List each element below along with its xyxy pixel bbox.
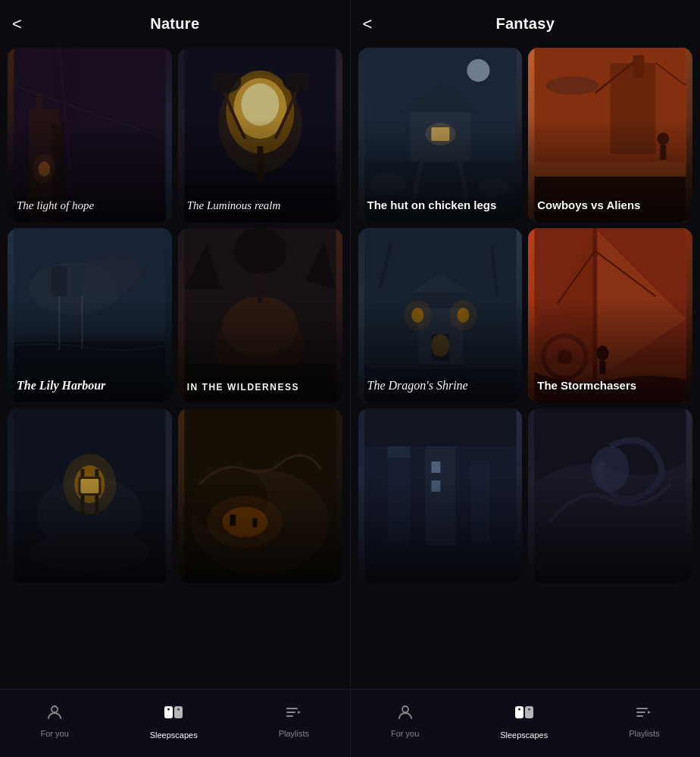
svg-rect-51 [252,518,257,527]
nature-title: Nature [150,15,199,33]
svg-point-99 [558,349,573,364]
card-7-overlay [358,228,523,402]
svg-point-46 [192,469,328,575]
panel-fantasy-content: < Fantasy [351,0,701,689]
svg-point-90 [431,334,449,357]
svg-rect-55 [174,706,183,718]
card-hut-chicken-legs[interactable]: The hut on chicken legs [358,48,523,222]
card-light-of-hope[interactable]: The light of hope [8,48,172,222]
svg-point-34 [233,228,286,274]
svg-rect-89 [431,334,449,361]
svg-rect-92 [364,228,516,402]
playlists-icon-right [635,703,653,726]
svg-point-49 [207,496,283,549]
card-cowboys-aliens[interactable]: Cowboys vs Aliens [528,48,692,222]
svg-point-31 [222,296,298,357]
foryou-icon-left [45,703,64,726]
card-label-light-of-hope: The light of hope [17,199,166,213]
card-label-luminous-realm: The Luminous realm [187,199,336,213]
svg-point-56 [167,708,170,710]
nav-sleepscapes-right[interactable]: Sleepscapes [491,697,557,744]
sleepscapes-icon-right [514,702,535,727]
svg-rect-65 [431,127,449,141]
sleepscapes-label-left: Sleepscapes [150,730,198,740]
svg-rect-50 [230,515,236,526]
card-11-overlay [358,408,523,583]
nav-playlists-left[interactable]: Playlists [270,699,318,743]
fantasy-header: < Fantasy [351,0,701,42]
svg-rect-42 [80,479,98,493]
card-fantasy-bottom-right[interactable] [528,408,692,583]
svg-rect-111 [364,408,516,583]
svg-point-118 [518,708,520,710]
card-nature-bottom-right[interactable] [178,408,342,583]
card-fantasy-bottom-left[interactable] [358,408,523,583]
card-5-overlay [8,228,172,402]
fantasy-panel-nav: For you Sleepscapes [351,689,701,757]
card-luminous-realm[interactable]: The Luminous realm [178,48,342,222]
card-4-overlay [528,48,692,222]
card-9-overlay [8,408,172,583]
nav-foryou-left[interactable]: For you [31,699,77,743]
svg-point-48 [222,507,267,537]
fantasy-title: Fantasy [495,15,555,33]
card-label-lily-harbour: The Lily Harbour [17,378,166,393]
svg-rect-84 [417,304,463,364]
panel-nature: < Nature [0,0,350,757]
svg-rect-117 [525,706,533,718]
svg-point-115 [402,706,408,712]
svg-rect-70 [364,48,516,222]
card-nature-bottom-left[interactable] [8,408,172,583]
svg-point-5 [33,154,55,184]
card-dragons-shrine[interactable]: The Dragon's Shrine [358,228,523,402]
card-label-stormchasers: The Stormchasers [537,379,686,393]
svg-rect-44 [14,408,165,583]
svg-point-88 [449,300,477,330]
card-stormchasers[interactable]: The Stormchasers [528,228,692,402]
card-1-overlay [8,48,172,222]
app-container: < Nature [0,0,700,757]
card-label-wilderness: IN THE WILDERNESS [187,382,336,393]
card-label-hut-chicken-legs: The hut on chicken legs [367,199,517,213]
panel-fantasy: < Fantasy [351,0,701,757]
foryou-label-left: For you [40,729,68,738]
nature-header: < Nature [0,0,350,42]
card-wilderness[interactable]: IN THE WILDERNESS [178,228,342,402]
fantasy-back-button[interactable]: < [363,14,373,34]
panel-nature-content: < Nature [0,0,350,689]
nav-foryou-right[interactable]: For you [382,699,428,743]
card-lily-harbour[interactable]: The Lily Harbour [8,228,172,402]
svg-point-85 [411,308,423,323]
svg-point-36 [36,477,142,552]
svg-rect-116 [515,706,523,718]
svg-rect-24 [14,342,165,402]
foryou-icon-right [396,703,414,726]
svg-point-30 [214,311,305,380]
svg-point-66 [425,123,455,145]
playlists-label-right: Playlists [629,729,659,738]
nav-sleepscapes-left[interactable]: Sleepscapes [141,697,207,744]
svg-rect-109 [431,480,440,492]
card-label-dragons-shrine: The Dragon's Shrine [367,378,517,393]
svg-rect-102 [535,228,686,402]
svg-rect-81 [535,48,686,222]
nature-back-button[interactable]: < [12,14,22,34]
card-label-cowboys-aliens: Cowboys vs Aliens [537,199,686,213]
svg-rect-114 [535,408,686,583]
sleepscapes-icon-left [163,702,184,727]
svg-rect-52 [184,408,336,583]
nav-playlists-right[interactable]: Playlists [620,699,668,743]
card-2-overlay [178,48,342,222]
svg-point-57 [177,708,180,710]
card-10-overlay [178,408,342,583]
svg-point-77 [658,133,670,145]
nature-grid: The light of hope [0,42,350,689]
svg-point-53 [52,706,58,712]
playlists-icon-left [285,703,303,726]
foryou-label-right: For you [391,729,419,738]
svg-marker-61 [298,711,301,714]
card-3-overlay [358,48,523,222]
svg-rect-41 [78,477,101,496]
svg-rect-27 [14,228,165,402]
svg-rect-8 [14,48,165,222]
